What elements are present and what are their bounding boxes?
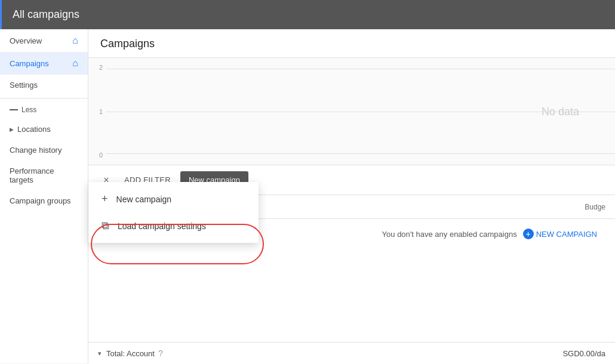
chart-line-mid (106, 112, 615, 112)
chart-area: 2 1 0 No data (88, 58, 615, 165)
sidebar-item-label: Overview (10, 36, 42, 45)
page-title-bar: Campaigns (88, 29, 615, 58)
sidebar-item-label: Campaigns (10, 59, 49, 68)
chart-y-labels: 2 1 0 (88, 58, 106, 165)
sidebar: Overview ⌂ Campaigns ⌂ Settings Less Loc… (0, 29, 88, 363)
app-header: All campaigns (0, 0, 615, 29)
new-campaign-link-label: NEW CAMPAIGN (536, 230, 597, 239)
chart-line-bottom (106, 153, 615, 154)
home-icon: ⌂ (72, 58, 78, 69)
sgd-value: SGD0.00/da (562, 349, 605, 358)
sidebar-item-settings[interactable]: Settings (0, 75, 88, 95)
chart-lines (106, 58, 615, 165)
app-title: All campaigns (13, 8, 79, 21)
dropdown-new-campaign-label: New campaign (116, 195, 172, 204)
dash-icon (10, 109, 18, 110)
y-label-0: 0 (88, 152, 106, 159)
total-label: Total: Account (106, 349, 155, 358)
chart-line-top (106, 69, 615, 69)
help-icon: ? (158, 348, 163, 358)
sidebar-item-performance-targets[interactable]: Performance targets (0, 161, 88, 190)
sidebar-item-label: Campaign groups (10, 196, 71, 205)
copy-icon: ⧉ (102, 220, 109, 232)
sidebar-item-campaigns[interactable]: Campaigns ⌂ (0, 52, 88, 75)
no-data-label: No data (542, 105, 579, 118)
plus-icon: + (102, 193, 108, 205)
sidebar-item-locations[interactable]: Locations (0, 119, 88, 140)
sidebar-less-divider: Less (0, 101, 88, 119)
plus-circle-icon: + (523, 229, 534, 239)
page-title: Campaigns (100, 38, 155, 50)
y-label-1: 1 (88, 108, 106, 115)
total-row: ▾ Total: Account ? SGD0.00/da (88, 342, 615, 364)
dropdown-item-load-settings[interactable]: ⧉ Load campaign settings (88, 212, 259, 239)
sidebar-item-campaign-groups[interactable]: Campaign groups (0, 190, 88, 211)
dropdown-load-settings-label: Load campaign settings (118, 221, 206, 231)
sidebar-item-overview[interactable]: Overview ⌂ (0, 29, 88, 52)
sidebar-item-change-history[interactable]: Change history (0, 140, 88, 161)
sidebar-item-label: Change history (10, 146, 61, 155)
home-icon: ⌂ (72, 35, 78, 46)
budget-header: Budge (585, 203, 605, 211)
sidebar-item-label: Locations (17, 125, 51, 134)
y-label-2: 2 (88, 64, 106, 71)
sidebar-item-label: Settings (10, 81, 38, 90)
new-campaign-link[interactable]: + NEW CAMPAIGN (523, 229, 597, 239)
dropdown-menu: + New campaign ⧉ Load campaign settings (88, 182, 259, 243)
sidebar-item-label: Performance targets (10, 166, 78, 184)
dropdown-item-new-campaign[interactable]: + New campaign (88, 186, 259, 212)
chevron-down-icon: ▾ (98, 350, 102, 357)
less-label: Less (21, 106, 36, 114)
